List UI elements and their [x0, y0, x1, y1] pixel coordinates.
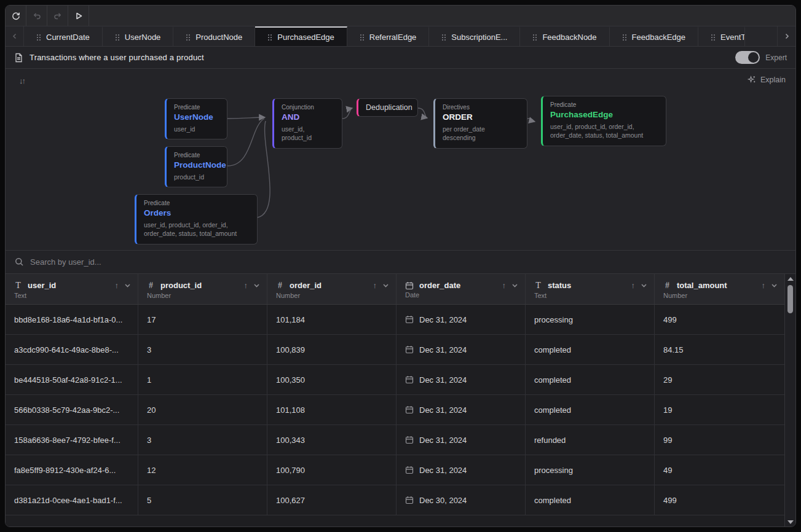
table-row[interactable]: be444518-50af-42a8-91c2-1... 1 100,350 D… — [6, 365, 784, 395]
drag-handle-icon[interactable] — [441, 34, 446, 41]
tab-subscriptione[interactable]: SubscriptionE... — [429, 26, 520, 46]
run-button[interactable] — [68, 6, 89, 26]
cell-total-amount: 99 — [655, 425, 784, 455]
cell-product-id: 5 — [138, 485, 267, 515]
node-fields: user_id, product_id, order_id, order_dat… — [144, 221, 250, 238]
diagram-node-purchasededge[interactable]: Predicate PurchasedEdge user_id, product… — [541, 96, 666, 146]
chevron-down-icon[interactable] — [125, 284, 130, 288]
sort-ascending-icon[interactable]: ↑ — [115, 281, 119, 290]
cell-product-id: 3 — [138, 335, 267, 364]
node-kind-label: Predicate — [174, 152, 219, 158]
number-type-icon: # — [663, 281, 671, 291]
node-fields: user_id, product_id, order_id, order_dat… — [550, 122, 658, 140]
table-row[interactable]: a3cdc990-641c-49ac-8be8-... 3 100,839 De… — [6, 335, 784, 365]
node-kind-label: Directives — [443, 104, 519, 111]
node-title: Deduplication — [366, 103, 410, 112]
sort-ascending-icon[interactable]: ↑ — [762, 281, 766, 290]
drag-handle-icon[interactable] — [115, 34, 119, 41]
node-kind-label: Conjunction — [282, 104, 334, 111]
drag-handle-icon[interactable] — [36, 34, 41, 41]
tab-bar: CurrentDate UserNode ProductNode Purchas… — [6, 26, 795, 47]
sort-ascending-icon[interactable]: ↑ — [502, 281, 507, 290]
cell-order-id: 101,108 — [267, 395, 397, 424]
tab-feedbacknode[interactable]: FeedbackNode — [520, 26, 609, 46]
redo-button[interactable] — [47, 6, 68, 26]
cell-order-id: 100,343 — [267, 425, 397, 455]
cell-product-id: 12 — [138, 455, 267, 485]
chevron-down-icon[interactable] — [512, 284, 518, 288]
drag-handle-icon[interactable] — [360, 34, 364, 41]
undo-button[interactable] — [26, 6, 47, 26]
column-header-order-date: order_date ↑ Date — [397, 274, 526, 304]
tab-referraledge[interactable]: ReferralEdge — [347, 26, 430, 46]
diagram-node-deduplication[interactable]: Deduplication — [357, 98, 418, 117]
sort-ascending-icon[interactable]: ↑ — [631, 281, 636, 290]
column-name: order_id — [290, 281, 322, 290]
table-row[interactable]: bbd8e168-18a6-4a1d-bf1a-0... 17 101,184 … — [6, 305, 784, 335]
cell-user-id: bbd8e168-18a6-4a1d-bf1a-0... — [6, 305, 138, 334]
cell-user-id: be444518-50af-42a8-91c2-1... — [6, 365, 138, 394]
calendar-icon — [405, 436, 414, 444]
column-type: Number — [147, 292, 259, 299]
calendar-icon — [405, 345, 414, 354]
scroll-down-arrow-icon[interactable] — [787, 520, 794, 524]
sort-ascending-icon[interactable]: ↑ — [244, 281, 248, 290]
tabs-scroll-left-button[interactable] — [6, 26, 24, 46]
cell-status: completed — [526, 485, 655, 515]
sort-ascending-icon[interactable]: ↑ — [373, 281, 377, 290]
scroll-up-arrow-icon[interactable] — [787, 277, 794, 281]
chevron-down-icon[interactable] — [641, 284, 647, 288]
tabs-scroll-right-button[interactable] — [777, 26, 795, 46]
drag-handle-icon[interactable] — [532, 34, 537, 41]
tab-currentdate[interactable]: CurrentDate — [24, 26, 103, 46]
chevron-down-icon[interactable] — [254, 284, 259, 288]
tab-productnode[interactable]: ProductNode — [173, 26, 255, 46]
diagram-node-usernode[interactable]: Predicate UserNode user_id — [165, 98, 227, 139]
table-row[interactable]: 158a6636-8ee7-4792-bfee-f... 3 100,343 D… — [6, 425, 784, 455]
search-icon — [15, 257, 24, 267]
diagram-node-productnode[interactable]: Predicate ProductNode product_id — [165, 146, 227, 187]
drag-handle-icon[interactable] — [622, 34, 626, 41]
column-name: product_id — [160, 281, 202, 290]
cell-user-id: d381a21d-0cee-4ae1-bad1-f... — [6, 485, 138, 515]
node-fields: user_id, product_id — [282, 125, 334, 143]
table-row[interactable]: d381a21d-0cee-4ae1-bad1-f... 5 100,627 D… — [6, 485, 784, 515]
chevron-down-icon[interactable] — [771, 284, 777, 288]
cell-order-id: 100,627 — [267, 485, 397, 515]
diagram-node-and[interactable]: Conjunction AND user_id, product_id — [272, 98, 342, 149]
cell-order-id: 100,790 — [267, 455, 397, 485]
cell-user-id: 158a6636-8ee7-4792-bfee-f... — [6, 425, 138, 455]
scrollbar-thumb[interactable] — [787, 285, 793, 313]
search-input[interactable] — [30, 257, 276, 267]
cell-order-date: Dec 30, 2024 — [397, 485, 526, 515]
cell-order-date: Dec 31, 2024 — [397, 335, 526, 364]
cell-user-id: a3cdc990-641c-49ac-8be8-... — [6, 335, 138, 364]
date-value: Dec 31, 2024 — [419, 345, 467, 354]
node-title: PurchasedEdge — [550, 109, 658, 120]
vertical-scrollbar[interactable] — [784, 274, 795, 526]
tab-feedbackedge[interactable]: FeedbackEdge — [610, 26, 698, 46]
node-title: ProductNode — [174, 160, 219, 171]
tab-eventtype[interactable]: EventTy — [698, 26, 745, 46]
table-row[interactable]: fa8e5ff9-8912-430e-af24-6... 12 100,790 … — [6, 455, 784, 485]
column-header-order-id: # order_id ↑ Number — [267, 274, 397, 304]
drag-handle-icon[interactable] — [711, 34, 715, 41]
toggle-track[interactable] — [735, 51, 760, 64]
date-value: Dec 31, 2024 — [419, 405, 467, 415]
refresh-button[interactable] — [6, 6, 26, 26]
column-name: order_date — [419, 281, 460, 290]
app-window: CurrentDate UserNode ProductNode Purchas… — [5, 5, 796, 527]
drag-handle-icon[interactable] — [267, 34, 272, 41]
diagram-node-orders[interactable]: Predicate Orders user_id, product_id, or… — [135, 194, 258, 244]
diagram-node-order[interactable]: Directives ORDER per order_date descendi… — [433, 98, 527, 149]
tab-purchasededge[interactable]: PurchasedEdge — [255, 26, 347, 46]
expert-toggle[interactable]: Expert — [735, 51, 787, 64]
tab-usernode[interactable]: UserNode — [103, 26, 174, 46]
table-row[interactable]: 566b0338-5c79-42aa-9bc2-... 20 101,108 D… — [6, 395, 784, 425]
chevron-down-icon[interactable] — [383, 284, 389, 288]
cell-product-id: 20 — [138, 395, 267, 424]
text-type-icon: T — [534, 281, 542, 291]
drag-handle-icon[interactable] — [186, 34, 190, 41]
tab-label: FeedbackNode — [542, 33, 596, 42]
document-icon — [14, 53, 23, 63]
